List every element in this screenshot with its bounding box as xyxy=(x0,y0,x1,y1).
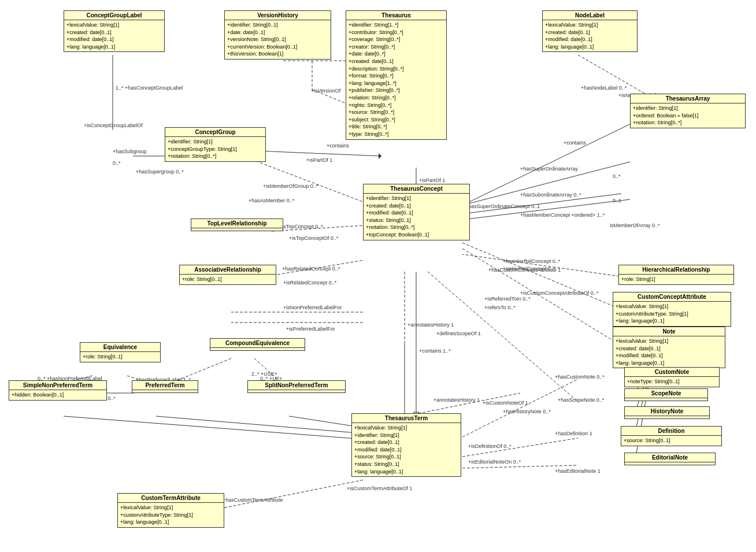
svg-text:1..*  +hasConceptGroupLabel: 1..* +hasConceptGroupLabel xyxy=(116,85,183,91)
class-compound-equivalence: CompoundEquivalence xyxy=(210,338,305,351)
attr: +coverage: String[0..*] xyxy=(349,36,444,43)
class-custom-note: CustomNote +noteType: String[0..1] xyxy=(624,367,720,387)
class-title-simple-non-preferred-term: SimpleNonPreferredTerm xyxy=(9,381,106,390)
svg-line-14 xyxy=(578,55,653,98)
svg-text:+hasSuperOrdinateArray: +hasSuperOrdinateArray xyxy=(520,166,578,172)
svg-line-17 xyxy=(462,121,636,205)
class-thesaurus-concept: ThesaurusConcept +identifier: String[1] … xyxy=(363,184,470,240)
class-body-custom-term-attribute: +lexicalValue: String[1] +customAttribut… xyxy=(118,503,224,527)
attr: +lexicalValue: String[1] xyxy=(354,424,458,432)
class-title-split-non-preferred-term: SplitNonPreferredTerm xyxy=(248,381,345,390)
svg-text:2..*  +USE+: 2..* +USE+ xyxy=(251,371,277,377)
attr: +creator: String[0..*] xyxy=(349,43,444,51)
svg-text:+isRelatedConcept  0..*: +isRelatedConcept 0..* xyxy=(283,280,337,286)
attr: +description: String[0..*] xyxy=(349,65,444,73)
attr: +identifier: String[1] xyxy=(366,195,467,202)
svg-text:+hasSubgroup: +hasSubgroup xyxy=(113,149,147,154)
attr: +created: date[0..1] xyxy=(66,29,162,36)
attr: +lexicalValue: String[1] xyxy=(545,21,635,29)
attr: +lang: language[0..1] xyxy=(120,518,221,526)
class-associative-relationship: AssociativeRelationship +role: String[0.… xyxy=(179,265,276,285)
svg-text:+isPartOf  1: +isPartOf 1 xyxy=(419,177,445,183)
attr: +notation: String[0..*] xyxy=(366,224,467,231)
svg-text:+isPartOf   1: +isPartOf 1 xyxy=(306,157,332,163)
attr: +thisVersion: Boolean[1] xyxy=(227,50,328,58)
svg-line-63 xyxy=(405,393,520,416)
class-body-editorial-note xyxy=(625,462,715,465)
attr: +contributor: String[0..*] xyxy=(349,29,444,36)
attr: +modified: date[0..1] xyxy=(354,446,458,454)
svg-text:+contains: +contains xyxy=(327,143,349,149)
attr: +lang: language[0..1] xyxy=(616,317,728,325)
svg-text:+definesScopeOf  1: +definesScopeOf 1 xyxy=(436,331,481,336)
svg-text:0..1: 0..1 xyxy=(613,198,621,203)
svg-text:+refersTo  0..*: +refersTo 0..* xyxy=(484,305,516,310)
class-custom-term-attribute: CustomTermAttribute +lexicalValue: Strin… xyxy=(117,493,224,528)
attr: +rights: String[0..*] xyxy=(349,102,444,109)
class-body-thesaurus-concept: +identifier: String[1] +created: date[0.… xyxy=(364,194,469,240)
class-body-thesaurus: +identifier: String[1..*] +contributor: … xyxy=(346,20,446,139)
attr: +role: String[0..1] xyxy=(182,276,273,283)
class-title-concept-group-label: ConceptGroupLabel xyxy=(64,11,164,20)
attr: +modified: date[0..1] xyxy=(616,352,722,360)
class-title-thesaurus-concept: ThesaurusConcept xyxy=(364,184,469,194)
class-equivalence: Equivalence +role: String[0..1] xyxy=(80,342,161,362)
class-title-thesaurus-array: ThesaurusArray xyxy=(631,94,745,103)
svg-text:+hasScopeNote  0..*: +hasScopeNote 0..* xyxy=(558,397,605,403)
attr: +publisher: String[0..*] xyxy=(349,87,444,94)
attr: +subject: String[0..*] xyxy=(349,116,444,124)
class-body-preferred-term xyxy=(132,390,198,392)
class-editorial-note: EditorialNote xyxy=(624,453,716,465)
class-title-compound-equivalence: CompoundEquivalence xyxy=(210,339,305,348)
class-body-custom-concept-attribute: +lexicalValue: String[1] +customAttribut… xyxy=(613,302,731,326)
attr: +identifier: String[0..1] xyxy=(227,21,328,29)
svg-line-94 xyxy=(64,416,364,439)
attr: +hidden: Boolean[0..1] xyxy=(12,391,104,399)
svg-line-60 xyxy=(428,272,578,402)
class-title-associative-relationship: AssociativeRelationship xyxy=(180,265,276,275)
attr: +created: date[0..1] xyxy=(616,345,722,353)
class-title-custom-term-attribute: CustomTermAttribute xyxy=(118,494,224,503)
class-preferred-term: PreferredTerm xyxy=(132,380,198,393)
attr: +identifier: String[1] xyxy=(168,138,263,146)
attr: +created: date[0..1] xyxy=(366,202,467,210)
svg-line-72 xyxy=(462,379,578,437)
class-body-scope-note xyxy=(625,398,707,401)
attr: +source: String[0..1] xyxy=(624,437,719,444)
svg-text:+hasRelatedConcept  0..*: +hasRelatedConcept 0..* xyxy=(282,266,340,272)
svg-line-46 xyxy=(462,243,614,306)
attr: +type: String[0..*] xyxy=(349,131,444,138)
attr: +lang: language[1..*] xyxy=(349,80,444,87)
svg-line-100 xyxy=(220,480,364,509)
svg-text:+isCustomTermAttributeOf  1: +isCustomTermAttributeOf 1 xyxy=(347,486,412,491)
svg-text:+contains  1..*: +contains 1..* xyxy=(419,348,451,354)
class-title-equivalence: Equivalence xyxy=(80,343,160,352)
attr: +conceptGroupType: String[1] xyxy=(168,146,263,153)
svg-text:+isCustomConceptAttributeOf  0: +isCustomConceptAttributeOf 0..* xyxy=(520,290,599,296)
class-history-note: HistoryNote xyxy=(624,406,710,419)
class-body-history-note xyxy=(625,416,709,418)
attr: +modified: date[0..1] xyxy=(66,36,162,43)
svg-text:+annotatesHistory  1: +annotatesHistory 1 xyxy=(407,322,454,328)
attr: +status: String[0..1] xyxy=(366,217,467,224)
attr: +notation: String[0..*] xyxy=(633,119,743,127)
class-body-compound-equivalence xyxy=(210,348,305,350)
attr: +identifier: String[1] xyxy=(633,105,743,112)
attr: +identifier: String[1..*] xyxy=(349,21,444,29)
attr: +date: date[0..1] xyxy=(227,29,328,36)
attr: +ordered: Boolean = false[1] xyxy=(633,112,743,120)
class-title-history-note: HistoryNote xyxy=(625,407,709,416)
svg-line-69 xyxy=(462,465,578,468)
attr: +identifier: String[1] xyxy=(354,432,458,439)
attr: +lexicalValue: String[1] xyxy=(616,303,728,310)
attr: +date: date[0..*] xyxy=(349,50,444,58)
svg-text:+isConceptGroupLabelOf: +isConceptGroupLabelOf xyxy=(84,123,143,128)
svg-line-43 xyxy=(462,199,630,220)
attr: +customAttributeType: String[1] xyxy=(616,310,728,318)
svg-line-26 xyxy=(272,225,364,231)
svg-text:+isDefinitionOf  0..*: +isDefinitionOf 0..* xyxy=(468,443,512,449)
attr: +relation: String[0..*] xyxy=(349,94,444,102)
class-title-definition: Definition xyxy=(621,427,721,436)
svg-line-29 xyxy=(277,260,364,275)
class-body-associative-relationship: +role: String[0..1] xyxy=(180,275,276,284)
